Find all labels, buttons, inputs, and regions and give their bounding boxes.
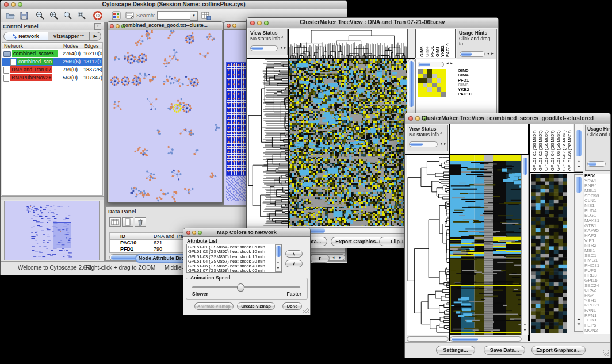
heatmap-cell[interactable] (437, 69, 441, 74)
heatmap-cell[interactable] (441, 83, 446, 87)
heatmap-cell[interactable] (432, 69, 437, 74)
scroll-down-icon[interactable]: ▼ (522, 328, 528, 332)
heatmap-cell[interactable] (427, 83, 432, 87)
scroll-right-icon[interactable]: ► (491, 51, 494, 57)
overview-splitter[interactable] (1, 196, 104, 200)
scroll-down-icon[interactable]: ▼ (576, 322, 582, 327)
search-dropdown-arrow-icon[interactable]: ▼ (190, 11, 198, 21)
scroll-up-icon[interactable]: ▲ (275, 260, 281, 265)
heatmap-cell[interactable] (427, 92, 432, 97)
scroll-up-icon[interactable]: ▲ (576, 316, 582, 321)
tv2-column-labels-panel[interactable]: GPL51-01 (GSM854)GPL51-02 (GSM855)GPL51-… (530, 124, 573, 172)
view-status-scrollbar[interactable] (250, 45, 278, 51)
speed-slider-thumb[interactable] (237, 283, 244, 292)
table-icon[interactable] (109, 217, 121, 227)
heatmap-cell[interactable] (437, 87, 441, 92)
scroll-up-icon[interactable]: ▲ (576, 159, 582, 163)
tv2-button-save-data-[interactable]: Save Data... (484, 346, 525, 355)
network-list-item[interactable]: combined_scores_2764(0)16218(0) (2, 49, 102, 58)
import-table-icon[interactable] (201, 10, 211, 21)
heatmap-cell[interactable] (423, 83, 427, 87)
scroll-left-icon[interactable]: ◄ (439, 141, 443, 147)
tv1-column-labels-panel[interactable]: GIM5GIM4PFD1GIM3YKE2PAC10 (415, 29, 456, 58)
scroll-down-icon[interactable]: ▼ (275, 266, 281, 270)
tv1-column-dendrogram-panel[interactable] (288, 29, 408, 58)
speed-slider-track[interactable] (192, 286, 300, 288)
network-view-titlebar[interactable]: combined_scores_good.txt--cluste... (108, 22, 223, 30)
tab-vizmapper[interactable]: VizMapper™ (48, 32, 90, 41)
scroll-left-icon[interactable]: ◄ (280, 45, 283, 51)
heatmap-cell[interactable] (427, 69, 432, 74)
heatmap-cell[interactable] (437, 78, 441, 83)
dialog-button-animate-vizmap[interactable]: Animate Vizmap (194, 302, 234, 310)
tab-network[interactable]: Network (3, 32, 48, 41)
attribute-list-item[interactable]: GPL51-07 (GSM868) heat shock 60 min (188, 269, 280, 273)
scroll-left-icon[interactable]: ◄ (330, 255, 336, 260)
zoom-fit-icon[interactable] (63, 10, 73, 21)
heatmap-cell[interactable] (423, 69, 427, 74)
heatmap-cell[interactable] (441, 92, 446, 97)
heatmap-cell[interactable] (423, 78, 427, 83)
usage-hints-scrollbar[interactable] (460, 51, 485, 57)
zoom-in-icon[interactable] (49, 10, 59, 21)
close-button[interactable] (227, 24, 231, 28)
tv1-button-export-graphics-[interactable]: Export Graphics... (331, 237, 385, 246)
annotation-icon[interactable] (125, 10, 135, 21)
heatmap-cell[interactable] (441, 78, 446, 83)
tab-overflow-arrow-icon[interactable]: ▶ (90, 32, 101, 41)
scrollbar-thumb[interactable] (409, 61, 414, 107)
tv2-column-dendrogram-panel[interactable] (450, 124, 528, 154)
zoom-out-icon[interactable] (35, 10, 45, 21)
dialog-button-done[interactable]: Done (282, 302, 302, 310)
tv2-zoom-heatmap[interactable] (531, 174, 567, 333)
move-down-button[interactable]: ∨ (285, 260, 303, 267)
heatmap-cell[interactable] (441, 74, 446, 78)
move-up-button[interactable]: ∧ (285, 250, 303, 258)
treeview2-titlebar[interactable]: ClusterMaker TreeView : combined_scores_… (405, 113, 610, 124)
attribute-list-scrollbar[interactable]: ▲ ▼ (275, 244, 281, 272)
scroll-right-icon[interactable]: ► (450, 62, 453, 65)
delete-attribute-trash-icon[interactable] (135, 217, 146, 227)
tv2-heatmap-hscrollbar[interactable] (450, 336, 522, 342)
scroll-right-icon[interactable]: ► (443, 141, 447, 147)
heatmap-cell[interactable] (418, 74, 423, 78)
tv2-zoom-vscrollbar[interactable]: ▲ ▼ (574, 174, 583, 332)
heatmap-cell[interactable] (423, 74, 427, 78)
float-panel-icon[interactable]: ⌕ (94, 23, 101, 30)
tv1-row-dendrogram[interactable] (247, 59, 288, 226)
scroll-left-icon[interactable]: ◄ (487, 51, 490, 57)
heatmap-cell[interactable] (418, 87, 423, 92)
network-list-item[interactable]: DNA and Tran 07769(0)183728(0) (2, 66, 102, 74)
heatmap-cell[interactable] (427, 78, 432, 83)
zoom-selected-icon[interactable] (76, 10, 87, 21)
usage-hints-scrollbar[interactable] (587, 161, 606, 167)
main-titlebar[interactable]: Cytoscape Desktop (Session Name: collins… (1, 1, 347, 9)
vizmapper-palette-icon[interactable] (111, 10, 121, 21)
network-canvas[interactable] (109, 30, 223, 202)
scroll-left-icon[interactable]: ◄ (446, 62, 449, 65)
attribute-browser-tab-fragment[interactable]: r (310, 254, 330, 263)
attribute-list[interactable]: GPL51-01 (GSM854) heat shock 05 minGPL51… (186, 244, 282, 273)
scroll-right-icon[interactable]: ► (284, 45, 287, 51)
column-header-edges[interactable]: Edges (84, 43, 99, 49)
column-header-id[interactable]: ID (120, 233, 125, 239)
scroll-up-icon[interactable]: ▲ (522, 322, 528, 327)
heatmap-cell[interactable] (437, 74, 441, 78)
view-status-scrollbar[interactable] (409, 141, 438, 147)
scrollbar-thumb[interactable] (523, 158, 527, 175)
heatmap-cell[interactable] (418, 83, 423, 87)
heatmap-cell[interactable] (441, 87, 446, 92)
open-folder-icon[interactable] (5, 10, 16, 21)
network-overview-panel[interactable] (4, 201, 100, 260)
heatmap-cell[interactable] (423, 92, 427, 97)
tv2-global-heatmap[interactable] (450, 155, 522, 335)
attribute-list-item[interactable]: GPL51-06 (GSM865) heat shock 40 min (188, 264, 280, 269)
tv2-vscrollbar[interactable]: ▲ ▼ (521, 155, 529, 335)
tv2-dendro-hscrollbar[interactable] (407, 336, 449, 342)
tv1-global-heatmap[interactable] (289, 59, 407, 226)
heatmap-cell[interactable] (432, 83, 437, 87)
heatmap-cell[interactable] (437, 83, 441, 87)
save-icon[interactable] (19, 10, 29, 21)
network-list-item[interactable]: combined_sco2569(6)13112(15) (2, 58, 102, 66)
help-lifebuoy-icon[interactable] (93, 10, 103, 21)
